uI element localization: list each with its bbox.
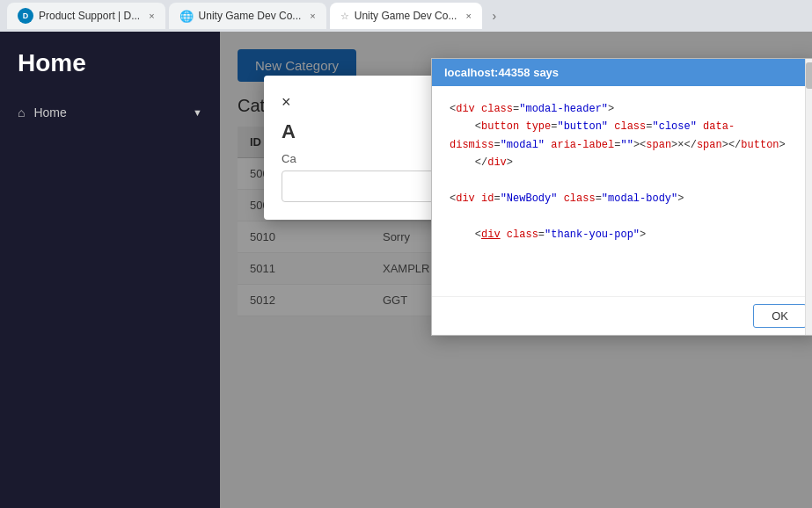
tab-3-label: Unity Game Dev Co... <box>355 10 457 22</box>
sidebar-item-home[interactable]: ⌂ Home ▼ <box>0 95 220 130</box>
main-content: Home ⌂ Home ▼ New Category Categorie ID … <box>0 32 812 508</box>
alert-scrollbar[interactable] <box>805 59 812 335</box>
alert-footer: OK <box>432 296 812 335</box>
alert-dialog: localhost:44358 says <div class="modal-h… <box>431 58 812 336</box>
home-icon: ⌂ <box>18 105 25 120</box>
tab-2-label: Unity Game Dev Co... <box>199 10 302 22</box>
tab-1-close[interactable]: × <box>149 11 154 21</box>
globe-icon-1: 🌐 <box>179 10 194 23</box>
tab-scroll-right[interactable]: › <box>486 9 503 23</box>
alert-fade <box>432 261 812 296</box>
tab-2-close[interactable]: × <box>310 11 315 21</box>
chevron-down-icon: ▼ <box>193 107 202 118</box>
browser-tab-bar: D Product Support | D... × 🌐 Unity Game … <box>0 0 812 32</box>
sidebar-item-home-label: Home <box>33 105 66 120</box>
sidebar: Home ⌂ Home ▼ <box>0 32 220 508</box>
tab-1[interactable]: D Product Support | D... × <box>7 3 165 29</box>
page-area: New Category Categorie ID ↓ Category Url… <box>220 32 812 508</box>
alert-header: localhost:44358 says <box>432 59 812 86</box>
dell-icon: D <box>18 8 33 24</box>
alert-ok-button[interactable]: OK <box>753 304 807 328</box>
alert-code-content: <div class="modal-header"> <button type=… <box>450 100 800 243</box>
tab-2[interactable]: 🌐 Unity Game Dev Co... × <box>169 3 326 29</box>
alert-body: <div class="modal-header"> <button type=… <box>432 86 812 296</box>
tab-3[interactable]: ☆ Unity Game Dev Co... × <box>330 3 482 29</box>
tab-3-close[interactable]: × <box>465 11 471 21</box>
alert-scrollbar-thumb[interactable] <box>806 62 812 89</box>
star-icon-1: ☆ <box>340 11 349 22</box>
tab-1-label: Product Support | D... <box>39 10 140 22</box>
sidebar-title: Home <box>0 32 220 95</box>
